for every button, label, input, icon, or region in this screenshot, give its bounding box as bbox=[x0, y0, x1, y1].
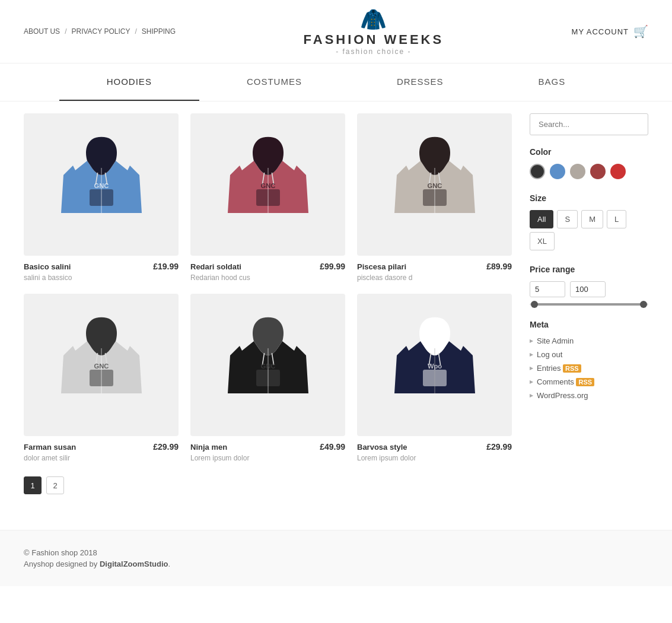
product-meta: Piscesa pilari£89.99 bbox=[357, 262, 512, 271]
price-min-input[interactable] bbox=[530, 281, 565, 297]
svg-text:GNC: GNC bbox=[260, 182, 275, 189]
footer-copy: © Fashion shop 2018 bbox=[24, 548, 648, 557]
privacy-policy-link[interactable]: PRIVACY POLICY bbox=[71, 27, 130, 36]
page-btn-2[interactable]: 2 bbox=[46, 476, 64, 494]
footer-credit-end: . bbox=[168, 560, 170, 568]
shipping-link[interactable]: SHIPPING bbox=[142, 27, 176, 36]
product-card[interactable]: GNCFarman susan£29.99dolor amet silir bbox=[24, 294, 179, 462]
top-bar-links: ABOUT US / PRIVACY POLICY / SHIPPING bbox=[24, 27, 176, 36]
product-desc: salini a bassico bbox=[24, 274, 179, 282]
meta-item: WordPress.org bbox=[530, 391, 648, 400]
product-image: Wpo bbox=[357, 294, 512, 436]
range-fill bbox=[534, 303, 644, 306]
product-card[interactable]: GNCBasico salini£19.99salini a bassico bbox=[24, 113, 179, 282]
product-image: GNC bbox=[24, 113, 179, 256]
cart-icon[interactable]: 🛒 bbox=[633, 24, 648, 39]
top-bar-right: MY ACCOUNT 🛒 bbox=[572, 24, 648, 39]
product-name: Redari soldati bbox=[190, 262, 241, 271]
meta-link[interactable]: Site Admin bbox=[537, 336, 574, 345]
product-desc: Redarian hood cus bbox=[190, 274, 345, 282]
main-content: GNCBasico salini£19.99salini a bassicoGN… bbox=[0, 101, 672, 506]
logo-icon: 🧥 bbox=[304, 7, 444, 32]
footer-credit-link[interactable]: DigitalZoomStudio bbox=[100, 560, 168, 568]
svg-text:Wpo: Wpo bbox=[427, 363, 441, 370]
price-range-title: Price range bbox=[530, 265, 648, 274]
product-card[interactable]: GNCNinja men£49.99Lorem ipsum dolor bbox=[190, 294, 345, 462]
product-meta: Barvosa style£29.99 bbox=[357, 442, 512, 452]
product-card[interactable]: GNCPiscesa pilari£89.99piscleas dasore d bbox=[357, 113, 512, 282]
nav-bags[interactable]: BAGS bbox=[491, 63, 613, 101]
size-btn-m[interactable]: M bbox=[581, 210, 603, 228]
meta-link[interactable]: WordPress.org bbox=[537, 391, 588, 400]
product-card[interactable]: WpoBarvosa style£29.99Lorem ipsum dolor bbox=[357, 294, 512, 462]
svg-text:GNC: GNC bbox=[94, 182, 109, 189]
footer: © Fashion shop 2018 Anyshop designed by … bbox=[0, 530, 672, 586]
color-filter-gray[interactable] bbox=[570, 164, 585, 179]
product-price: £89.99 bbox=[486, 262, 512, 271]
product-name: Ninja men bbox=[190, 443, 227, 452]
product-card[interactable]: GNCRedari soldati£99.99Redarian hood cus bbox=[190, 113, 345, 282]
footer-credit: Anyshop designed by DigitalZoomStudio. bbox=[24, 560, 648, 568]
about-us-link[interactable]: ABOUT US bbox=[24, 27, 60, 36]
logo-title: FASHION WEEKS bbox=[304, 32, 444, 47]
product-desc: piscleas dasore d bbox=[357, 274, 512, 282]
nav-hoodies[interactable]: HOODIES bbox=[59, 63, 199, 101]
product-image: GNC bbox=[190, 113, 345, 256]
svg-text:GNC: GNC bbox=[94, 363, 109, 370]
page-btn-1[interactable]: 1 bbox=[24, 476, 42, 494]
product-image: GNC bbox=[190, 294, 345, 436]
meta-link[interactable]: Comments RSS bbox=[537, 377, 594, 386]
product-meta: Basico salini£19.99 bbox=[24, 262, 179, 271]
search-input[interactable] bbox=[530, 113, 648, 135]
color-filter-title: Color bbox=[530, 147, 648, 157]
size-btn-l[interactable]: L bbox=[607, 210, 626, 228]
main-nav: HOODIES COSTUMES DRESSES BAGS bbox=[0, 63, 672, 101]
product-meta: Ninja men£49.99 bbox=[190, 442, 345, 452]
product-image: GNC bbox=[357, 113, 512, 256]
products-area: GNCBasico salini£19.99salini a bassicoGN… bbox=[24, 113, 512, 494]
product-name: Basico salini bbox=[24, 262, 71, 271]
price-inputs bbox=[530, 281, 648, 297]
meta-title: Meta bbox=[530, 320, 648, 329]
meta-item: Site Admin bbox=[530, 336, 648, 345]
logo: 🧥 FASHION WEEKS - fashion choice - bbox=[304, 7, 444, 56]
color-filter-dark[interactable] bbox=[530, 164, 545, 179]
size-btn-all[interactable]: All bbox=[530, 210, 553, 228]
color-filter-brown[interactable] bbox=[590, 164, 606, 179]
product-name: Farman susan bbox=[24, 443, 76, 452]
product-meta: Redari soldati£99.99 bbox=[190, 262, 345, 271]
range-slider bbox=[530, 303, 648, 306]
nav-dresses[interactable]: DRESSES bbox=[349, 63, 491, 101]
meta-link[interactable]: Log out bbox=[537, 350, 562, 359]
size-btn-s[interactable]: S bbox=[557, 210, 578, 228]
size-btn-xl[interactable]: XL bbox=[530, 232, 555, 250]
product-image: GNC bbox=[24, 294, 179, 436]
svg-text:GNC: GNC bbox=[427, 182, 442, 189]
size-filters: AllSMLXL bbox=[530, 210, 648, 250]
sidebar: Color Size AllSMLXL Price range Meta Sit… bbox=[530, 113, 648, 494]
meta-item: Log out bbox=[530, 350, 648, 359]
product-desc: dolor amet silir bbox=[24, 454, 179, 462]
product-price: £99.99 bbox=[320, 262, 345, 271]
pagination: 12 bbox=[24, 476, 512, 494]
product-price: £29.99 bbox=[153, 442, 179, 452]
top-bar: ABOUT US / PRIVACY POLICY / SHIPPING 🧥 F… bbox=[0, 0, 672, 63]
my-account-link[interactable]: MY ACCOUNT bbox=[572, 27, 629, 36]
product-price: £29.99 bbox=[486, 442, 512, 452]
meta-link[interactable]: Entries RSS bbox=[537, 364, 581, 373]
nav-costumes[interactable]: COSTUMES bbox=[199, 63, 349, 101]
product-name: Piscesa pilari bbox=[357, 262, 406, 271]
products-grid: GNCBasico salini£19.99salini a bassicoGN… bbox=[24, 113, 512, 462]
color-filter-blue[interactable] bbox=[550, 164, 565, 179]
rss-badge: RSS bbox=[563, 364, 581, 373]
price-max-input[interactable] bbox=[570, 281, 606, 297]
range-handle-left[interactable] bbox=[531, 301, 538, 308]
color-filters bbox=[530, 164, 648, 179]
color-filter-red[interactable] bbox=[610, 164, 626, 179]
product-name: Barvosa style bbox=[357, 443, 407, 452]
product-desc: Lorem ipsum dolor bbox=[190, 454, 345, 462]
product-price: £49.99 bbox=[320, 442, 345, 452]
meta-item: Entries RSS bbox=[530, 364, 648, 373]
range-handle-right[interactable] bbox=[640, 301, 647, 308]
meta-list: Site AdminLog outEntries RSSComments RSS… bbox=[530, 336, 648, 400]
